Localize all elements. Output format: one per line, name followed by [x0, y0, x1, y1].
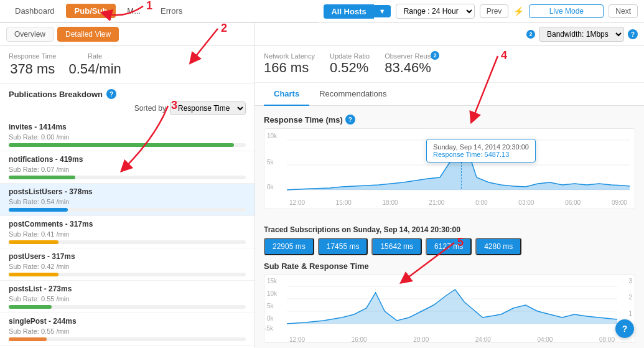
pub-subrate: Sub Rate: 0.42 /min	[9, 263, 246, 270]
sort-select[interactable]: Response Time Sub Rate	[170, 101, 246, 115]
tab-recommendations[interactable]: Recommendations	[309, 83, 396, 106]
bandwidth-badge: 2	[526, 30, 535, 39]
y-label-0k: 0k	[267, 184, 274, 190]
live-mode-display: Live Mode	[529, 4, 604, 18]
pubs-help-icon[interactable]: ?	[106, 89, 116, 99]
pub-name: singlePost - 244ms	[9, 317, 246, 326]
traced-pill[interactable]: 4280 ms	[475, 238, 521, 255]
pubs-breakdown-title: Publications Breakdown	[9, 90, 103, 99]
chart-help-icon[interactable]: ?	[345, 115, 355, 125]
traced-pills-container: 22905 ms 17455 ms 15642 ms 6127 ms 4280 …	[264, 238, 635, 255]
publication-list: invites - 1414ms Sub Rate: 0.00 /min not…	[0, 119, 254, 346]
bandwidth-help-icon[interactable]: ?	[628, 29, 638, 39]
tab-dashboard[interactable]: Dashboard	[6, 4, 63, 18]
observer-reuse-label: Observer Reuse	[385, 52, 434, 60]
pub-subrate: Sub Rate: 0.55 /min	[9, 327, 246, 335]
tooltip-date: Sunday, Sep 14, 2014 20:30:00	[433, 143, 529, 151]
response-time-label: Response Time	[9, 52, 56, 60]
chart-tooltip: Sunday, Sep 14, 2014 20:30:00 Response T…	[426, 139, 536, 162]
network-latency-value: 166 ms	[264, 60, 315, 76]
update-ratio-label: Update Ratio	[330, 52, 370, 60]
response-time-metric: Response Time 378 ms	[9, 52, 56, 77]
tooltip-value: Response Time: 5487.13	[433, 151, 529, 158]
network-latency-label: Network Latency	[264, 52, 315, 60]
pub-subrate: Sub Rate: 0.55 /min	[9, 295, 246, 303]
pub-name: postUsers - 317ms	[9, 252, 246, 261]
sub-rate-chart: 15k 10k 5k 0k -5k 3 2 1 0	[264, 275, 635, 343]
update-ratio-value: 0.52%	[330, 60, 370, 76]
pub-name: postsListUsers - 378ms	[9, 187, 246, 196]
list-item[interactable]: invites - 1414ms Sub Rate: 0.00 /min	[0, 119, 254, 151]
list-item[interactable]: postComments - 317ms Sub Rate: 0.41 /min	[0, 216, 254, 248]
tab-detailed-view[interactable]: Detailed View	[57, 27, 119, 42]
pub-name: postsList - 273ms	[9, 285, 246, 293]
pub-subrate: Sub Rate: 0.54 /min	[9, 198, 246, 205]
traced-pill[interactable]: 15642 ms	[371, 238, 422, 255]
traced-pill[interactable]: 6127 ms	[426, 238, 472, 255]
tab-errors[interactable]: Errors	[152, 4, 191, 18]
list-item[interactable]: postUsers - 317ms Sub Rate: 0.42 /min	[0, 248, 254, 281]
traced-pill[interactable]: 22905 ms	[264, 238, 314, 255]
sub-rate-chart-title: Sub Rate & Response Time	[264, 261, 635, 271]
response-time-value: 378 ms	[9, 61, 56, 77]
response-time-chart: 10k 5k 0k	[264, 128, 635, 209]
pub-name: notifications - 419ms	[9, 155, 246, 164]
response-time-chart-title: Response Time (ms)	[264, 115, 343, 125]
traced-pill[interactable]: 17455 ms	[318, 238, 368, 255]
pub-name: invites - 1414ms	[9, 123, 246, 131]
pub-subrate: Sub Rate: 0.07 /min	[9, 166, 246, 173]
tab-charts[interactable]: Charts	[264, 83, 309, 106]
all-hosts-button[interactable]: All Hosts	[324, 4, 373, 19]
observer-reuse-metric: 2 Observer Reuse 83.46%	[385, 52, 434, 76]
lightning-icon: ⚡	[513, 6, 524, 16]
x-labels: 12:00 15:00 18:00 21:00 0:00 03:00 06:00…	[269, 198, 630, 206]
range-select[interactable]: Range : 24 Hour	[396, 4, 475, 19]
sort-label: Sorted by	[134, 104, 166, 113]
observer-badge: 2	[431, 51, 439, 60]
y-label-10k: 10k	[267, 133, 277, 139]
list-item[interactable]: notifications - 419ms Sub Rate: 0.07 /mi…	[0, 151, 254, 184]
all-hosts-dropdown[interactable]: ▼	[374, 5, 391, 17]
pub-subrate: Sub Rate: 0.41 /min	[9, 230, 246, 238]
next-button[interactable]: Next	[609, 4, 638, 18]
help-button[interactable]: ?	[615, 319, 634, 338]
y-label-5k: 5k	[267, 159, 274, 166]
observer-reuse-value: 83.46%	[385, 60, 434, 76]
traced-title: Traced Subscriptions on Sunday, Sep 14, …	[264, 225, 635, 234]
rate-metric: Rate 0.54/min	[68, 52, 121, 77]
tab-pubsub[interactable]: Pub/Sub	[66, 4, 116, 18]
update-ratio-metric: Update Ratio 0.52%	[330, 52, 370, 76]
rate-label: Rate	[68, 52, 121, 60]
list-item[interactable]: singlePost - 244ms Sub Rate: 0.55 /min	[0, 313, 254, 346]
prev-button[interactable]: Prev	[480, 4, 509, 18]
network-latency-metric: Network Latency 166 ms	[264, 52, 315, 76]
pub-name: postComments - 317ms	[9, 220, 246, 228]
tab-overview[interactable]: Overview	[6, 27, 54, 42]
list-item[interactable]: postsList - 273ms Sub Rate: 0.55 /min	[0, 281, 254, 313]
pub-subrate: Sub Rate: 0.00 /min	[9, 133, 246, 141]
tab-m[interactable]: M...	[118, 4, 149, 18]
bandwidth-select[interactable]: Bandwidth: 1Mbps	[539, 27, 624, 42]
list-item[interactable]: postsListUsers - 378ms Sub Rate: 0.54 /m…	[0, 184, 254, 216]
rate-value: 0.54/min	[68, 61, 121, 77]
